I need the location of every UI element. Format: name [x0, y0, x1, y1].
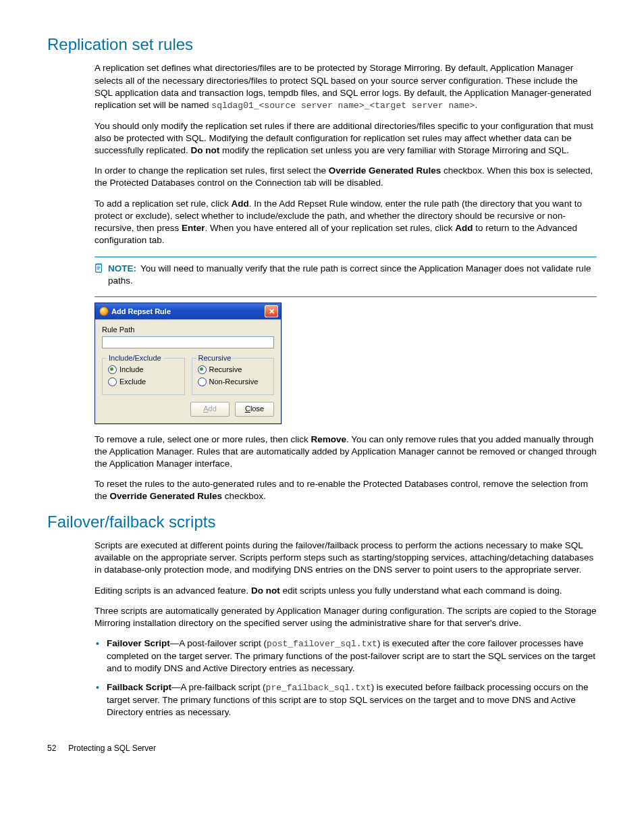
heading-replication-set-rules: Replication set rules — [47, 34, 597, 55]
dialog-title: Add Repset Rule — [111, 307, 262, 317]
bold-text: Override Generated Rules — [110, 491, 223, 501]
note-label: NOTE: — [108, 263, 136, 273]
radio-icon — [108, 365, 117, 374]
bold-text: Do not — [251, 585, 280, 596]
text: Editing scripts is an advanced feature. — [95, 585, 251, 596]
text: In order to change the replication set r… — [95, 165, 329, 176]
code-inline: post_failover_sql.txt — [267, 639, 377, 649]
app-icon — [99, 307, 109, 316]
exclude-radio[interactable]: Exclude — [108, 377, 179, 387]
divider — [95, 296, 597, 297]
add-button[interactable]: Add — [190, 402, 230, 417]
note-block: NOTE:You will need to manually verify th… — [95, 263, 597, 287]
paragraph: Scripts are executed at different points… — [95, 540, 597, 577]
text: checkbox. — [222, 491, 266, 501]
list-item: Failback Script—A pre-failback script (p… — [107, 681, 597, 719]
recursive-group: Recursive Recursive Non-Recursive — [192, 358, 275, 395]
heading-failover-failback-scripts: Failover/failback scripts — [47, 511, 597, 533]
footer-title: Protecting a SQL Server — [68, 743, 156, 754]
recursive-radio[interactable]: Recursive — [198, 365, 269, 375]
note-icon — [95, 263, 104, 273]
text: To add a replication set rule, click — [95, 199, 232, 209]
radio-icon — [198, 377, 207, 386]
paragraph: You should only modify the replication s… — [95, 120, 597, 157]
paragraph: Editing scripts is an advanced feature. … — [95, 585, 597, 597]
bold-text: Add — [455, 223, 473, 233]
add-repset-rule-dialog: Add Repset Rule ✕ Rule Path Include/Excl… — [95, 303, 281, 424]
btn-label-rest: dd — [209, 405, 217, 413]
page-footer: 52 Protecting a SQL Server — [47, 743, 597, 754]
script-list: Failover Script—A post-failover script (… — [95, 637, 597, 719]
radio-icon — [198, 365, 207, 374]
rule-path-input[interactable] — [102, 336, 274, 348]
paragraph: In order to change the replication set r… — [95, 165, 597, 189]
btn-label-rest: lose — [250, 405, 264, 413]
text: —A post-failover script ( — [170, 638, 267, 648]
bold-text: Enter — [182, 223, 205, 233]
radio-label: Exclude — [119, 377, 146, 387]
text: —A pre-failback script ( — [171, 682, 266, 692]
bold-text: Failback Script — [107, 682, 171, 692]
divider — [95, 257, 597, 257]
paragraph: Three scripts are automatically generate… — [95, 605, 597, 629]
paragraph: To add a replication set rule, click Add… — [95, 198, 597, 247]
radio-label: Recursive — [209, 365, 242, 375]
note-text: You will need to manually verify that th… — [108, 263, 591, 286]
text: To remove a rule, select one or more rul… — [95, 434, 311, 444]
rule-path-label: Rule Path — [102, 325, 274, 335]
bold-text: Override Generated Rules — [329, 165, 441, 176]
dialog-titlebar[interactable]: Add Repset Rule ✕ — [95, 303, 281, 319]
radio-label: Include — [119, 365, 143, 375]
text: modify the replication set unless you ar… — [219, 145, 569, 155]
paragraph: A replication set defines what directori… — [95, 62, 597, 111]
group-legend: Recursive — [196, 353, 234, 363]
list-item: Failover Script—A post-failover script (… — [107, 637, 597, 675]
text: . When you have entered all of your repl… — [205, 223, 456, 233]
radio-label: Non-Recursive — [209, 377, 259, 387]
bold-text: Failover Script — [107, 638, 170, 648]
bold-text: Remove — [311, 434, 346, 444]
paragraph: To remove a rule, select one or more rul… — [95, 434, 597, 471]
text: edit scripts unless you fully understand… — [280, 585, 562, 596]
code-inline: sqldag01_<source server name>_<target se… — [211, 101, 475, 111]
code-inline: pre_failback_sql.txt — [266, 683, 371, 693]
page-number: 52 — [47, 743, 56, 754]
bold-text: Add — [232, 199, 249, 209]
close-icon[interactable]: ✕ — [265, 305, 278, 317]
group-legend: Include/Exclude — [107, 353, 163, 363]
include-radio[interactable]: Include — [108, 365, 179, 375]
non-recursive-radio[interactable]: Non-Recursive — [198, 377, 269, 387]
include-exclude-group: Include/Exclude Include Exclude — [102, 358, 185, 395]
paragraph: To reset the rules to the auto-generated… — [95, 478, 597, 502]
bold-text: Do not — [191, 145, 220, 155]
close-button[interactable]: Close — [235, 402, 274, 417]
text: . — [475, 100, 477, 110]
radio-icon — [108, 377, 117, 386]
